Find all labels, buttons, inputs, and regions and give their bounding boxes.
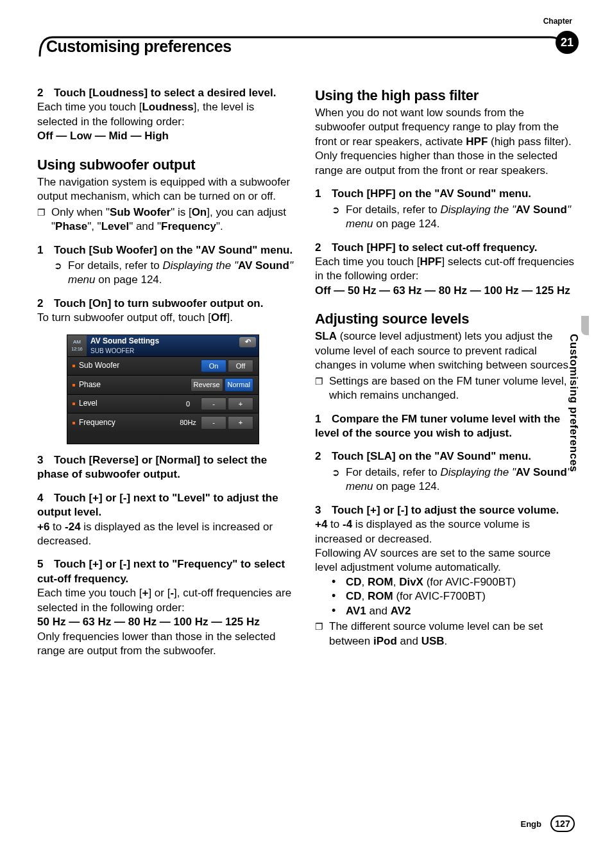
left-column: 2Touch [Loudness] to select a desired le… (37, 86, 297, 797)
step-body: +6 to -24 is displayed as the level is i… (37, 520, 297, 549)
device-off-button[interactable]: Off (228, 360, 253, 373)
note-text: The different source volume level can be… (329, 620, 575, 648)
page-title: Customising preferences (46, 37, 232, 56)
list-item: •CD, ROM, DivX (for AVIC-F900BT) (315, 575, 575, 589)
section-intro: When you do not want low sounds from the… (315, 106, 575, 178)
reference-row: ➲ For details, refer to Displaying the "… (37, 259, 297, 288)
step-number: 1 (315, 187, 332, 201)
step-number: 2 (315, 449, 332, 464)
device-on-button[interactable]: On (201, 360, 226, 373)
step-sequence: Off — 50 Hz — 63 Hz — 80 Hz — 100 Hz — 1… (315, 284, 575, 298)
right-column: Using the high pass filter When you do n… (315, 86, 575, 797)
step-body: Following AV sources are set to the same… (315, 546, 575, 575)
step-number: 2 (315, 241, 332, 255)
content-columns: 2Touch [Loudness] to select a desired le… (37, 86, 575, 797)
device-minus-button[interactable]: - (201, 397, 226, 411)
device-minus-button[interactable]: - (201, 416, 226, 430)
step: 2Touch [On] to turn subwoofer output on.… (37, 297, 297, 326)
step: 2Touch [HPF] to select cut-off frequency… (315, 241, 575, 299)
device-value: 0 (176, 399, 200, 409)
device-row-label: Sub Woofer (79, 361, 200, 371)
page: Chapter Customising preferences 21 Custo… (0, 0, 612, 868)
device-header: AM 12:16 AV Sound Settings SUB WOOFER ↶ (67, 335, 259, 356)
step-title: Touch [HPF] to select cut-off frequency. (332, 241, 538, 254)
step-sequence: 50 Hz — 63 Hz — 80 Hz — 100 Hz — 125 Hz (37, 615, 297, 629)
step-title: Touch [+] or [-] to adjust the source vo… (332, 504, 559, 516)
list-item: •CD, ROM (for AVIC-F700BT) (315, 589, 575, 603)
section-intro: The navigation system is equipped with a… (37, 175, 297, 204)
device-plus-button[interactable]: + (228, 397, 253, 411)
step-body: Each time you touch [Loudness], the leve… (37, 100, 297, 129)
step: 1Compare the FM tuner volume level with … (315, 412, 575, 441)
device-row-phase: Phase Reverse Normal (67, 375, 259, 394)
device-title: AV Sound Settings SUB WOOFER ↶ (87, 335, 259, 356)
step: 3Touch [Reverse] or [Normal] to select t… (37, 453, 297, 482)
step-title: Touch [Loudness] to select a desired lev… (54, 87, 276, 99)
step: 1Touch [HPF] on the "AV Sound" menu. ➲ F… (315, 187, 575, 231)
step: 1Touch [Sub Woofer] on the "AV Sound" me… (37, 243, 297, 288)
note-icon: ❐ (315, 620, 329, 634)
note-text: Settings are based on the FM tuner volum… (329, 374, 575, 403)
device-value: 80Hz (176, 418, 200, 428)
step-body: Only frequencies lower than those in the… (37, 630, 297, 659)
step-body: Each time you touch [HPF] selects cut-of… (315, 255, 575, 284)
device-row-level: Level 0 - + (67, 394, 259, 413)
step-body: To turn subwoofer output off, touch [Off… (37, 311, 297, 325)
step-number: 4 (37, 491, 54, 505)
step: 5Touch [+] or [-] next to "Frequency" to… (37, 557, 297, 658)
chapter-number-badge: 21 (556, 31, 579, 54)
step-title: Touch [SLA] on the "AV Sound" menu. (332, 450, 531, 462)
step-number: 3 (37, 453, 54, 467)
step-sequence: Off — Low — Mid — High (37, 129, 297, 143)
reference-icon: ➲ (332, 203, 346, 217)
note-row: ❐ Only when "Sub Woofer" is [On], you ca… (37, 205, 297, 234)
step: 2Touch [SLA] on the "AV Sound" menu. ➲ F… (315, 449, 575, 494)
section-heading: Adjusting source levels (315, 309, 575, 328)
device-reverse-button[interactable]: Reverse (191, 378, 223, 392)
step-number: 3 (315, 503, 332, 517)
device-row-label: Level (79, 399, 176, 409)
reference-icon: ➲ (332, 465, 346, 480)
step-number: 2 (37, 86, 54, 100)
step-title: Touch [On] to turn subwoofer output on. (54, 297, 263, 309)
language-label: Engb (521, 819, 542, 829)
step-title: Touch [Sub Woofer] on the "AV Sound" men… (54, 244, 293, 256)
device-normal-button[interactable]: Normal (225, 378, 253, 392)
page-number: 127 (550, 815, 575, 832)
note-icon: ❐ (315, 374, 329, 388)
step-title: Touch [+] or [-] next to "Frequency" to … (37, 558, 285, 584)
section-heading: Using subwoofer output (37, 155, 297, 174)
step-title: Touch [HPF] on the "AV Sound" menu. (332, 187, 531, 200)
step-number: 5 (37, 557, 54, 571)
note-row: ❐ Settings are based on the FM tuner vol… (315, 374, 575, 403)
step-title: Touch [+] or [-] next to "Level" to adju… (37, 492, 278, 518)
section-intro: SLA (source level adjustment) lets you a… (315, 329, 575, 372)
note-text: Only when "Sub Woofer" is [On], you can … (51, 205, 297, 234)
reference-row: ➲ For details, refer to Displaying the "… (315, 203, 575, 232)
step: 4Touch [+] or [-] next to "Level" to adj… (37, 491, 297, 549)
footer: Engb 127 (521, 815, 575, 832)
chapter-label: Chapter (543, 17, 572, 26)
device-row-subwoofer: Sub Woofer On Off (67, 356, 259, 376)
step-title: Touch [Reverse] or [Normal] to select th… (37, 454, 267, 480)
note-icon: ❐ (37, 205, 51, 220)
list-item: •AV1 and AV2 (315, 604, 575, 618)
step: 3Touch [+] or [-] to adjust the source v… (315, 503, 575, 648)
step-number: 1 (37, 243, 54, 257)
reference-icon: ➲ (54, 259, 68, 273)
section-heading: Using the high pass filter (315, 86, 575, 105)
reference-text: For details, refer to Displaying the "AV… (68, 259, 297, 288)
reference-text: For details, refer to Displaying the "AV… (346, 465, 575, 494)
back-icon[interactable]: ↶ (239, 337, 256, 347)
device-plus-button[interactable]: + (228, 416, 253, 430)
reference-row: ➲ For details, refer to Displaying the "… (315, 465, 575, 494)
step-title: Compare the FM tuner volume level with t… (315, 413, 560, 439)
step-body: +4 to -4 is displayed as the source volu… (315, 517, 575, 546)
device-screenshot: AM 12:16 AV Sound Settings SUB WOOFER ↶ … (67, 334, 259, 444)
step-number: 2 (37, 297, 54, 311)
step-body: Each time you touch [+] or [-], cut-off … (37, 586, 297, 615)
device-source-icon: AM 12:16 (67, 335, 87, 356)
step-number: 1 (315, 412, 332, 426)
reference-text: For details, refer to Displaying the "AV… (346, 203, 575, 232)
step: 2Touch [Loudness] to select a desired le… (37, 86, 297, 144)
